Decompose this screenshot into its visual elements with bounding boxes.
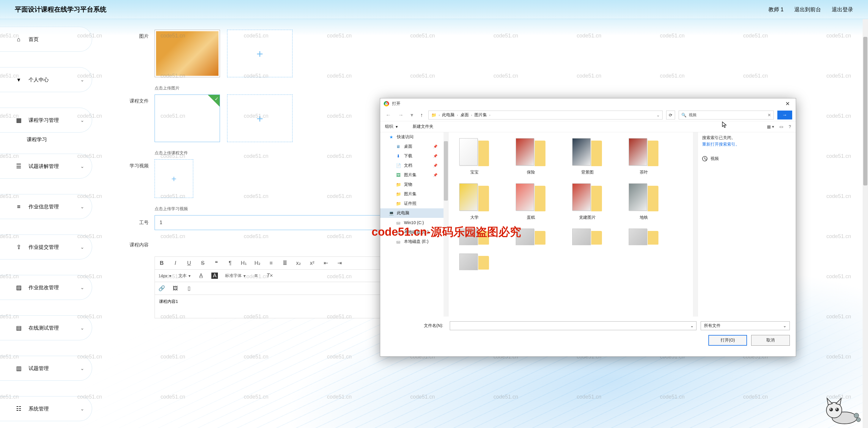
- header-user[interactable]: 教师 1: [768, 6, 783, 13]
- tree-idphoto[interactable]: 📁证件照: [380, 199, 448, 208]
- nav-recent-icon[interactable]: ▾: [409, 112, 415, 118]
- search-input[interactable]: 🔍 ✕: [679, 111, 774, 120]
- sidebar-item-home[interactable]: ⌂ 首页: [0, 27, 92, 52]
- tree-pictures2[interactable]: 📁图片集: [380, 189, 448, 199]
- file-item[interactable]: 保险: [512, 137, 550, 175]
- rte-h1-icon[interactable]: H₁: [241, 260, 247, 266]
- add-image-button[interactable]: ＋: [227, 30, 292, 77]
- tree-desktop[interactable]: 🖥桌面📌: [380, 142, 448, 151]
- file-item[interactable]: 蛋糕: [512, 182, 550, 220]
- rte-quote-icon[interactable]: ❝: [213, 260, 220, 266]
- file-item[interactable]: [455, 252, 494, 270]
- path-dropdown-icon[interactable]: ⌄: [656, 113, 660, 117]
- file-item[interactable]: [624, 227, 663, 245]
- new-folder-button[interactable]: 新建文件夹: [412, 124, 433, 129]
- header-logout[interactable]: 退出登录: [832, 6, 853, 13]
- header-to-front[interactable]: 退出到前台: [794, 6, 821, 13]
- tree-this-pc[interactable]: 💻此电脑: [380, 208, 448, 218]
- rte-link-icon[interactable]: 🔗: [158, 285, 165, 292]
- file-item[interactable]: [512, 227, 550, 245]
- tree-disk-d[interactable]: 🖴本地磁盘 (D:): [380, 227, 448, 237]
- nav-up-icon[interactable]: ↑: [418, 112, 425, 118]
- sidebar-item-homework-submit[interactable]: ⇪ 作业提交管理 ⌄: [0, 235, 92, 259]
- rte-sup-icon[interactable]: x²: [309, 260, 315, 266]
- rte-bold-icon[interactable]: B: [158, 260, 165, 266]
- rte-video-icon[interactable]: ▯: [186, 285, 192, 292]
- file-item[interactable]: [455, 227, 494, 245]
- rte-align-icon[interactable]: ≡: [253, 273, 259, 279]
- tree-scrollbar[interactable]: [443, 132, 448, 316]
- file-item[interactable]: [568, 227, 607, 245]
- preview-icon[interactable]: ▭: [779, 124, 783, 129]
- sidebar-item-system[interactable]: ☷ 系统管理 ⌄: [0, 396, 92, 421]
- rte-italic-icon[interactable]: I: [172, 260, 179, 266]
- cancel-button[interactable]: 取消: [751, 335, 790, 346]
- tree-disk-c[interactable]: 🖴Win10 (C:): [380, 218, 448, 227]
- rte-image-icon[interactable]: 🖼: [172, 285, 179, 292]
- reopen-index-link[interactable]: 重新打开搜索索引。: [702, 142, 792, 147]
- rte-sub-icon[interactable]: x₂: [295, 260, 302, 266]
- crumb-pictures[interactable]: 图片集: [474, 112, 487, 118]
- breadcrumb[interactable]: 📁 › 此电脑› 桌面› 图片集› ⌄: [428, 111, 662, 120]
- sidebar-subitem-course[interactable]: 课程学习: [27, 136, 92, 143]
- tree-pictures[interactable]: 🖼图片集📌: [380, 170, 448, 180]
- help-icon[interactable]: ?: [788, 124, 791, 129]
- search-field[interactable]: [689, 113, 765, 117]
- crumb-desktop[interactable]: 桌面: [461, 112, 469, 118]
- rte-format-select[interactable]: 文本 ▾: [178, 273, 190, 278]
- nav-back-icon[interactable]: ←: [384, 112, 393, 118]
- tree-documents[interactable]: 📄文档📌: [380, 161, 448, 170]
- dialog-titlebar: 打开 ✕: [380, 98, 796, 109]
- tree-disk-e[interactable]: 🖴本地磁盘 (E:): [380, 237, 448, 246]
- rte-ol-icon[interactable]: ≡: [268, 260, 274, 266]
- file-item[interactable]: 大学: [455, 182, 494, 220]
- filename-input[interactable]: ⌄: [450, 321, 696, 330]
- rte-fontfamily-select[interactable]: 标准字体 ▾: [225, 273, 246, 278]
- tree-downloads[interactable]: ⬇下载📌: [380, 151, 448, 161]
- tree-quick-access[interactable]: ★快速访问: [380, 132, 448, 142]
- rte-underline-icon[interactable]: U: [186, 260, 192, 266]
- search-go-button[interactable]: →: [777, 111, 792, 120]
- rte-fontsize-select[interactable]: 14px ▾: [158, 273, 171, 278]
- sidebar-item-homework-info[interactable]: ≡ 作业信息管理 ⌄: [0, 194, 92, 219]
- sidebar-item-course-mgmt[interactable]: ▦ 课程学习管理 ⌄: [0, 108, 92, 132]
- rte-code-icon[interactable]: ¶: [227, 260, 234, 266]
- page-scrollbar[interactable]: [863, 19, 868, 428]
- rte-clear-icon[interactable]: T×: [266, 273, 273, 279]
- file-item[interactable]: 地铁: [624, 182, 663, 220]
- tree-pets[interactable]: 📁宠物: [380, 180, 448, 189]
- refresh-icon[interactable]: ⟳: [666, 111, 675, 120]
- sidebar-item-homework-review[interactable]: ▨ 作业批改管理 ⌄: [0, 275, 92, 300]
- chevron-down-icon[interactable]: ⌄: [690, 324, 694, 328]
- recent-search-item[interactable]: 视频: [702, 156, 792, 161]
- sidebar-item-profile[interactable]: ▾ 个人中心 ⌄: [0, 67, 92, 92]
- rte-h2-icon[interactable]: H₂: [254, 260, 261, 266]
- close-icon[interactable]: ✕: [783, 100, 792, 107]
- rte-bgcolor-icon[interactable]: A: [211, 273, 218, 279]
- rte-indent-icon[interactable]: ⇥: [336, 260, 343, 266]
- file-item[interactable]: 茶叶: [624, 137, 663, 175]
- crumb-thispc[interactable]: 此电脑: [442, 112, 455, 118]
- view-icon[interactable]: ▦ ▾: [767, 124, 774, 129]
- add-video-button[interactable]: ＋: [155, 159, 193, 198]
- file-item[interactable]: 宝宝: [455, 137, 494, 175]
- organize-menu[interactable]: 组织 ▾: [385, 124, 398, 129]
- filetype-select[interactable]: 所有文件⌄: [701, 321, 790, 330]
- open-button[interactable]: 打开(O): [708, 335, 747, 346]
- file-item[interactable]: 党建图片: [568, 182, 607, 220]
- files-scrollbar[interactable]: [693, 132, 698, 316]
- clear-icon[interactable]: ✕: [768, 113, 771, 117]
- sidebar-item-question-bank[interactable]: ▥ 试题管理 ⌄: [0, 356, 92, 381]
- add-course-file-button[interactable]: ＋: [227, 94, 292, 142]
- rte-ul-icon[interactable]: ≣: [281, 260, 288, 266]
- rte-outdent-icon[interactable]: ⇤: [322, 260, 329, 266]
- sidebar-item-question-explain[interactable]: ☰ 试题讲解管理 ⌄: [0, 154, 92, 179]
- image-thumbnail[interactable]: [155, 30, 220, 77]
- course-file-thumbnail[interactable]: [155, 94, 220, 142]
- rte-strike-icon[interactable]: S: [199, 260, 206, 266]
- nav-forward-icon[interactable]: →: [396, 112, 405, 118]
- sidebar-item-online-test[interactable]: ▤ 在线测试管理 ⌄: [0, 315, 92, 340]
- folder-icon: 📁: [396, 182, 401, 187]
- file-item[interactable]: 背景图: [568, 137, 607, 175]
- rte-color-icon[interactable]: A: [198, 273, 204, 279]
